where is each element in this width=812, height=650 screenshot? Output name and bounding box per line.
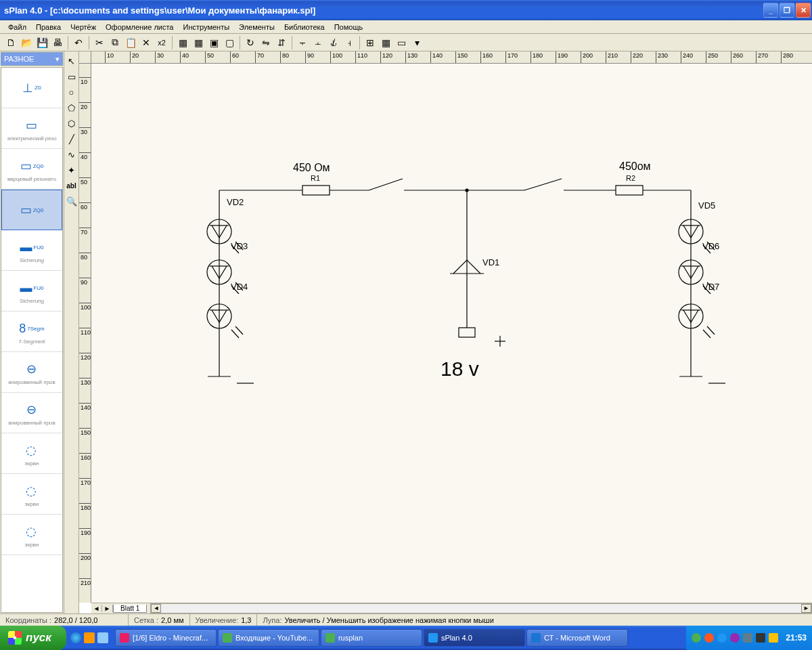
sheet-tab-1[interactable]: Blatt 1 — [113, 605, 147, 613]
tool-strip: ↖ ▭ ○ ⬠ ⬡ ╱ ∿ ✦ abI 🔍 — [64, 51, 79, 613]
tray-icon[interactable] — [692, 633, 701, 643]
task-button[interactable]: sPlan 4.0 — [424, 629, 525, 647]
tray-icon[interactable] — [756, 633, 765, 643]
clock[interactable]: 21:53 — [786, 633, 807, 643]
canvas-area: 1020304050607080901001101201301401501601… — [79, 51, 812, 613]
copy-icon[interactable]: ⧉ — [108, 35, 122, 50]
svg-line-3 — [369, 179, 403, 190]
status-loupe: Лупа:Увеличить / Уменьшить изображение н… — [257, 614, 812, 626]
open-icon[interactable]: 📂 — [19, 35, 34, 50]
vd6-label: VD6 — [702, 241, 719, 251]
svg-rect-9 — [616, 186, 643, 195]
task-button[interactable]: СТ - Microsoft Word — [526, 629, 628, 647]
align-l-icon[interactable]: ⫟ — [295, 35, 310, 50]
align-r-icon[interactable]: ⫠ — [311, 35, 325, 50]
svg-line-23 — [235, 326, 243, 334]
zoom-tool-icon[interactable]: 🔍 — [65, 194, 78, 209]
sheet-tabs: ◄ ► Blatt 1 ◄ ► — [91, 603, 812, 613]
menu-library[interactable]: Библиотека — [279, 22, 330, 32]
component-item[interactable]: 87Segm7-Segment — [1, 311, 62, 352]
group-icon[interactable]: ▣ — [206, 35, 221, 50]
paste-icon[interactable]: 📋 — [123, 35, 138, 50]
close-button[interactable]: ✕ — [796, 3, 811, 18]
rect-tool-icon[interactable]: ▭ — [65, 69, 78, 84]
curve-tool-icon[interactable]: ∿ — [65, 147, 78, 162]
component-item[interactable]: ◌экран — [1, 474, 62, 515]
component-item[interactable]: ▭электрический резо — [1, 108, 62, 149]
minimize-button[interactable]: _ — [763, 3, 778, 18]
task-button[interactable]: Входящие - YouTube... — [218, 629, 319, 647]
align-b-icon[interactable]: ⫞ — [342, 35, 357, 50]
tray-volume-icon[interactable] — [769, 633, 778, 643]
line-tool-icon[interactable]: ╱ — [65, 131, 78, 146]
cut-icon[interactable]: ✂ — [92, 35, 107, 50]
snap-icon[interactable]: ⊞ — [363, 35, 378, 50]
duplicate-button[interactable]: x2 — [154, 35, 169, 50]
tray-icon[interactable] — [717, 633, 727, 643]
status-bar: Координаты :282,0 / 120,0 Сетка :2,0 мм … — [0, 613, 812, 626]
tray-icon[interactable] — [704, 633, 714, 643]
task-button[interactable]: [1/6] Eldro - Minecraf... — [115, 629, 217, 647]
component-item[interactable]: ▬FU0Sicherung — [1, 230, 62, 271]
back-icon[interactable]: ▦ — [191, 35, 206, 50]
sheet-next-button[interactable]: ► — [102, 605, 113, 612]
flip-h-icon[interactable]: ⇋ — [258, 35, 273, 50]
drawing-canvas[interactable]: 450 Ом R1 450ом R2 VD1 VD2 VD3 VD4 VD5 V… — [91, 64, 812, 603]
component-item[interactable]: ▭ZQ0 — [1, 190, 62, 230]
status-coords: Координаты :282,0 / 120,0 — [0, 614, 129, 626]
library-category-select[interactable]: РАЗНОЕ▾ — [1, 52, 63, 66]
tray-icon[interactable] — [730, 633, 740, 643]
tray-icon[interactable] — [743, 633, 752, 643]
status-grid: Сетка :2,0 мм — [129, 614, 190, 626]
new-icon[interactable]: 🗋 — [3, 35, 18, 50]
sheet-prev-button[interactable]: ◄ — [91, 605, 102, 612]
text-tool-icon[interactable]: abI — [65, 178, 78, 193]
component-item[interactable]: ▭ZQ0варцевый резонато — [1, 149, 62, 190]
special-tool-icon[interactable]: ⬡ — [65, 116, 78, 131]
component-item[interactable]: ▬FU0Sicherung — [1, 271, 62, 311]
menu-file[interactable]: Файл — [3, 22, 31, 32]
component-item[interactable]: ⊥Z0 — [1, 68, 62, 108]
menu-tools[interactable]: Инструменты — [179, 22, 235, 32]
horizontal-scrollbar[interactable]: ◄ ► — [150, 603, 812, 613]
component-list[interactable]: ⊥Z0▭электрический резо▭ZQ0варцевый резон… — [1, 67, 63, 613]
ql-mail-icon[interactable] — [84, 632, 95, 643]
r1-value: 450 Ом — [293, 162, 330, 174]
menu-sheet[interactable]: Оформление листа — [101, 22, 178, 32]
ql-ie-icon[interactable] — [70, 632, 81, 643]
ql-desktop-icon[interactable] — [97, 632, 108, 643]
rotate-cw-icon[interactable]: ↻ — [243, 35, 258, 50]
menu-edit[interactable]: Правка — [31, 22, 66, 32]
svg-line-7 — [524, 179, 562, 190]
flip-v-icon[interactable]: ⇵ — [274, 35, 289, 50]
title-bar: sPlan 4.0 - [c:\documents and settings\u… — [0, 0, 812, 20]
save-icon[interactable]: 💾 — [35, 35, 49, 50]
dropdown-icon[interactable]: ▾ — [409, 35, 424, 50]
menu-drawing[interactable]: Чертёж — [66, 22, 101, 32]
page-icon[interactable]: ▭ — [394, 35, 409, 50]
print-icon[interactable]: 🖶 — [50, 35, 65, 50]
delete-icon[interactable]: ✕ — [139, 35, 154, 50]
undo-icon[interactable]: ↶ — [71, 35, 86, 50]
node-tool-icon[interactable]: ✦ — [65, 162, 78, 177]
ungroup-icon[interactable]: ▢ — [222, 35, 237, 50]
menu-help[interactable]: Помощь — [330, 22, 368, 32]
front-icon[interactable]: ▦ — [175, 35, 190, 50]
maximize-button[interactable]: ❐ — [780, 3, 794, 18]
scroll-left-icon[interactable]: ◄ — [151, 604, 161, 613]
start-button[interactable]: пуск — [0, 626, 66, 650]
svg-line-43 — [707, 326, 715, 334]
task-button[interactable]: rusplan — [321, 629, 422, 647]
poly-tool-icon[interactable]: ⬠ — [65, 100, 78, 115]
circle-tool-icon[interactable]: ○ — [65, 85, 78, 100]
ruler-horizontal: 1020304050607080901001101201301401501601… — [91, 51, 812, 64]
scroll-right-icon[interactable]: ► — [801, 604, 811, 613]
component-item[interactable]: ⊖анированный пров — [1, 352, 62, 393]
component-item[interactable]: ◌экран — [1, 515, 62, 555]
component-item[interactable]: ⊖анированный пров — [1, 393, 62, 433]
pointer-tool-icon[interactable]: ↖ — [65, 53, 78, 68]
component-item[interactable]: ◌экран — [1, 433, 62, 474]
align-t-icon[interactable]: ⫝̸ — [326, 35, 341, 50]
menu-elements[interactable]: Элементы — [234, 22, 279, 32]
grid-icon[interactable]: ▦ — [378, 35, 393, 50]
